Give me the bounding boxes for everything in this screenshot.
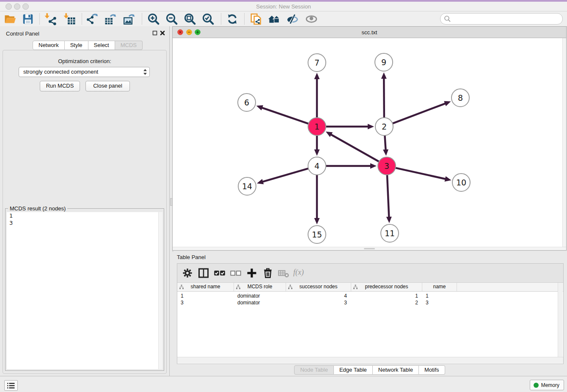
first-neighbors-icon[interactable]: [268, 13, 281, 25]
mcds-result-line: 3: [7, 219, 159, 226]
toolbar-separator: [82, 13, 83, 25]
table-panel: Table Panel f(x) shared name MCDS role s…: [172, 252, 567, 376]
column-header-shared-name[interactable]: shared name: [177, 283, 234, 291]
search-icon: [444, 15, 451, 22]
table-row[interactable]: 3 dominator 3 2 3: [177, 299, 563, 306]
column-layout-icon[interactable]: [198, 267, 209, 279]
mcds-result-box: MCDS result (2 nodes) 1 3: [5, 208, 164, 371]
graph-node-label: 7: [314, 58, 319, 67]
graph-edge-2-9[interactable]: [384, 78, 384, 119]
graph-node-label: 9: [381, 58, 386, 67]
graph-node-label: 11: [385, 229, 395, 238]
cell-predecessor-nodes[interactable]: 2: [351, 299, 422, 306]
show-all-eye-icon[interactable]: [305, 13, 318, 25]
graph-edge-4-14[interactable]: [262, 168, 309, 182]
zoom-out-icon[interactable]: [165, 13, 178, 25]
control-panel-tabs: Network Style Select MCDS: [33, 41, 143, 50]
select-all-checkboxes-icon[interactable]: [214, 267, 226, 279]
search-input[interactable]: [452, 14, 559, 23]
save-icon[interactable]: [22, 13, 34, 25]
graph-edge-2-8[interactable]: [392, 103, 446, 124]
sitemap-icon: [288, 284, 293, 290]
graph-edge-2-3[interactable]: [385, 135, 385, 150]
import-network-icon[interactable]: [44, 13, 57, 25]
cell-name[interactable]: 1: [422, 293, 457, 299]
tab-network-table[interactable]: Network Table: [373, 365, 419, 375]
memory-status-dot: [534, 383, 539, 388]
network-graph[interactable]: 7968124314101511: [173, 38, 563, 247]
cell-mcds-role[interactable]: dominator: [234, 293, 286, 299]
column-header-name[interactable]: name: [422, 283, 457, 291]
add-column-icon[interactable]: [246, 267, 258, 279]
export-table-icon[interactable]: [104, 13, 117, 25]
task-history-button[interactable]: [4, 380, 18, 391]
zoom-selected-icon[interactable]: [202, 13, 215, 25]
criterion-select[interactable]: strongly connected component: [19, 67, 150, 77]
toolbar-separator: [39, 13, 40, 25]
network-vertical-scrollbar[interactable]: [562, 38, 566, 247]
table-row[interactable]: 1 dominator 4 1 1: [177, 293, 563, 299]
control-panel-title: Control Panel: [6, 30, 39, 37]
delete-column-trash-icon[interactable]: [262, 267, 274, 279]
cell-mcds-role[interactable]: dominator: [234, 299, 286, 306]
toolbar-separator: [142, 13, 143, 25]
tab-network[interactable]: Network: [33, 41, 65, 50]
table-tabs: Node Table Edge Table Network Table Moti…: [172, 365, 567, 375]
scrollbar-handle[interactable]: [364, 248, 375, 249]
table-header-row: shared name MCDS role successor nodes pr…: [177, 283, 563, 292]
graph-edge-3-1[interactable]: [330, 134, 380, 162]
table-horizontal-scrollbar[interactable]: [177, 357, 563, 363]
run-mcds-button[interactable]: Run MCDS: [40, 81, 80, 91]
float-panel-icon[interactable]: [152, 30, 158, 36]
duplicate-network-icon[interactable]: [250, 13, 262, 25]
tab-select[interactable]: Select: [88, 41, 115, 50]
column-header-predecessor-nodes[interactable]: predecessor nodes: [351, 283, 422, 291]
graph-edge-3-11[interactable]: [387, 174, 389, 218]
mcds-result-list[interactable]: 1 3: [7, 212, 159, 369]
table-vertical-scrollbar[interactable]: [558, 283, 563, 358]
cell-successor-nodes[interactable]: 4: [286, 293, 351, 299]
tab-style[interactable]: Style: [65, 41, 88, 50]
export-network-icon[interactable]: [86, 13, 99, 25]
window-title: Session: New Session: [0, 3, 567, 10]
search-box[interactable]: [440, 13, 563, 25]
cell-successor-nodes[interactable]: 3: [286, 299, 351, 306]
tab-mcds[interactable]: MCDS: [115, 41, 143, 50]
main-toolbar: [0, 11, 567, 27]
mcds-result-line: 1: [7, 212, 159, 219]
column-header-mcds-role[interactable]: MCDS role: [234, 283, 286, 291]
export-image-icon[interactable]: [123, 13, 135, 25]
graph-node-label: 4: [314, 161, 319, 171]
refresh-icon[interactable]: [226, 13, 239, 25]
graph-edge-arrowhead: [370, 163, 377, 169]
cell-name[interactable]: 3: [422, 299, 457, 306]
hide-selected-eye-icon[interactable]: [286, 13, 299, 25]
tab-motifs[interactable]: Motifs: [419, 365, 445, 375]
graph-node-label: 15: [312, 230, 322, 239]
memory-button[interactable]: Memory: [530, 380, 564, 390]
optimization-criterion-label: Optimization criterion:: [0, 58, 169, 64]
deselect-all-checkboxes-icon[interactable]: [230, 267, 242, 279]
cell-shared-name[interactable]: 3: [177, 299, 234, 306]
column-header-successor-nodes[interactable]: successor nodes: [286, 283, 351, 291]
network-horizontal-scrollbar[interactable]: [173, 247, 566, 250]
sitemap-icon: [236, 284, 241, 290]
result-scrollbar[interactable]: [158, 212, 162, 369]
titlebar: Session: New Session: [0, 2, 567, 11]
tab-edge-table[interactable]: Edge Table: [334, 365, 373, 375]
graph-edge-3-10[interactable]: [395, 168, 446, 179]
cell-predecessor-nodes[interactable]: 1: [351, 293, 422, 299]
close-panel-icon[interactable]: [160, 30, 165, 36]
close-panel-button[interactable]: Close panel: [85, 81, 130, 91]
graph-edge-arrowhead: [314, 218, 320, 224]
cell-shared-name[interactable]: 1: [177, 293, 234, 299]
memory-label: Memory: [541, 382, 559, 388]
tab-node-table[interactable]: Node Table: [294, 365, 334, 375]
zoom-in-icon[interactable]: [147, 13, 160, 25]
settings-gear-icon[interactable]: [182, 267, 193, 279]
graph-edge-1-6[interactable]: [261, 108, 309, 124]
open-folder-icon[interactable]: [4, 13, 17, 25]
zoom-fit-icon[interactable]: [184, 13, 196, 25]
import-table-icon[interactable]: [63, 13, 76, 25]
graph-edge-arrowhead: [383, 149, 388, 156]
